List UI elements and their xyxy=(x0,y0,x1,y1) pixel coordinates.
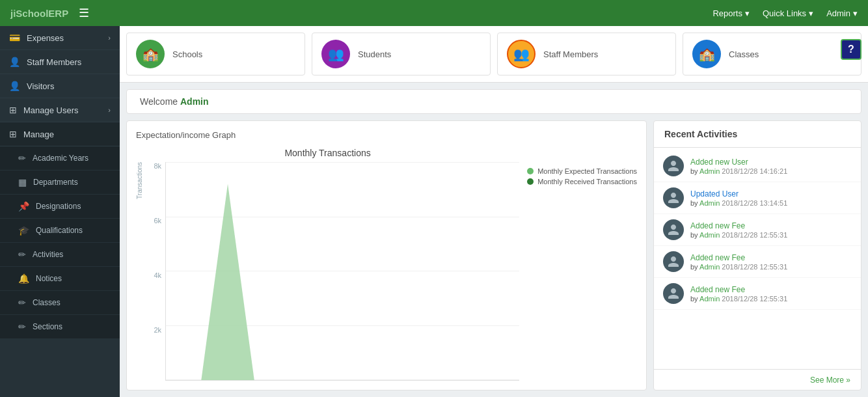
sidebar-item-label: Notices xyxy=(36,274,62,283)
activities-icon: ✏ xyxy=(18,249,26,260)
reports-link[interactable]: Reports ▾ xyxy=(712,8,750,18)
graph-inner: Monthly Transactions Transactions 8k 6k xyxy=(136,148,637,381)
sidebar-item-manage[interactable]: ⊞ Manage ← xyxy=(0,122,120,146)
sidebar-item-label: Academic Years xyxy=(33,154,88,163)
legend-label-received: Monthly Received Transactions xyxy=(537,178,637,185)
chart-bar-area xyxy=(166,162,519,380)
activity-action-4[interactable]: Added new Fee xyxy=(690,285,852,294)
activity-meta-4: by Admin 2018/12/28 12:55:31 xyxy=(690,295,852,303)
chevron-icon: › xyxy=(108,34,111,42)
schools-icon: 🏫 xyxy=(136,40,165,68)
sections-icon: ✏ xyxy=(18,322,26,332)
stat-card-classes[interactable]: 🏫 Classes xyxy=(683,33,861,75)
stat-label-staff: Staff Members xyxy=(543,49,598,59)
stat-card-schools[interactable]: 🏫 Schools xyxy=(126,33,305,75)
y-val-4k: 4k xyxy=(154,271,161,279)
avatar-2 xyxy=(663,219,684,240)
chart-body xyxy=(165,162,519,381)
activity-text-2: Added new Fee by Admin 2018/12/28 12:55:… xyxy=(690,221,852,239)
avatar-1 xyxy=(663,187,684,208)
activity-meta-0: by Admin 2018/12/28 14:16:21 xyxy=(690,167,852,175)
sidebar-item-qualifications[interactable]: 🎓 Qualifications xyxy=(0,219,120,243)
avatar-0 xyxy=(663,156,684,176)
sidebar-item-departments[interactable]: ▦ Departments xyxy=(0,171,120,195)
staff-icon: 👤 xyxy=(9,57,20,67)
sidebar-item-visitors[interactable]: 👤 Visitors xyxy=(0,74,120,98)
quicklinks-link[interactable]: Quick Links ▾ xyxy=(763,8,813,18)
avatar-3 xyxy=(663,251,684,272)
activity-by-4: by xyxy=(690,295,698,303)
help-button[interactable]: ? xyxy=(841,39,861,60)
sidebar-item-staff-members[interactable]: 👤 Staff Members xyxy=(0,50,120,74)
y-val-6k: 6k xyxy=(154,217,161,225)
sidebar-item-manage-users[interactable]: ⊞ Manage Users › xyxy=(0,98,120,122)
admin-label: Admin xyxy=(826,8,850,18)
activity-timestamp-3: 2018/12/28 12:55:31 xyxy=(722,263,787,271)
manage-icon: ⊞ xyxy=(9,129,17,139)
sidebar-item-notices[interactable]: 🔔 Notices xyxy=(0,267,120,291)
activity-item-2: Added new Fee by Admin 2018/12/28 12:55:… xyxy=(654,214,861,246)
sidebar-item-label: Classes xyxy=(33,298,61,307)
activity-admin-3: Admin xyxy=(699,263,722,271)
activity-timestamp-4: 2018/12/28 12:55:31 xyxy=(722,295,787,303)
activity-list: Added new User by Admin 2018/12/28 14:16… xyxy=(654,148,861,369)
activities-header: Recent Activities xyxy=(654,121,861,148)
activity-by-3: by xyxy=(690,263,698,271)
admin-chevron-icon: ▾ xyxy=(853,8,858,18)
activity-item-1: Updated User by Admin 2018/12/28 13:14:5… xyxy=(654,182,861,214)
stat-label-students: Students xyxy=(358,49,391,59)
sidebar-item-classes[interactable]: ✏ Classes xyxy=(0,291,120,315)
stats-cards-row: 🏫 Schools 👥 Students 👥 Staff Members 🏫 C… xyxy=(120,26,868,83)
activity-action-2[interactable]: Added new Fee xyxy=(690,221,852,230)
brand-main: SchoolERP xyxy=(16,8,68,19)
activity-item-3: Added new Fee by Admin 2018/12/28 12:55:… xyxy=(654,246,861,278)
sidebar-item-expenses[interactable]: 💳 Expenses › xyxy=(0,26,120,50)
chart-spike xyxy=(201,184,254,381)
sidebar-item-designations[interactable]: 📌 Designations xyxy=(0,195,120,219)
hamburger-icon[interactable]: ☰ xyxy=(79,6,89,20)
main-content: 🏫 Schools 👥 Students 👥 Staff Members 🏫 C… xyxy=(120,26,868,397)
stat-card-students[interactable]: 👥 Students xyxy=(312,33,491,75)
avatar-4 xyxy=(663,283,684,304)
stat-label-classes: Classes xyxy=(729,49,759,59)
brand-logo[interactable]: jiSchoolERP xyxy=(10,8,68,19)
graph-section-title: Expectation/income Graph xyxy=(136,130,637,140)
sidebar-item-label: Designations xyxy=(36,202,81,211)
chevron-icon: › xyxy=(108,106,111,114)
classes-icon: ✏ xyxy=(18,297,26,308)
sidebar-item-label: Qualifications xyxy=(36,226,83,235)
quicklinks-chevron-icon: ▾ xyxy=(809,8,813,18)
sidebar-item-label: Departments xyxy=(33,178,78,187)
quicklinks-label: Quick Links xyxy=(763,8,806,18)
y-val-8k: 8k xyxy=(154,162,161,170)
classes-stat-icon: 🏫 xyxy=(692,40,721,68)
activity-timestamp-2: 2018/12/28 12:55:31 xyxy=(722,231,787,239)
activity-action-0[interactable]: Added new User xyxy=(690,157,852,167)
activity-item-4: Added new Fee by Admin 2018/12/28 12:55:… xyxy=(654,278,861,310)
staff-members-icon: 👥 xyxy=(507,40,536,68)
expenses-icon: 💳 xyxy=(9,33,20,43)
admin-link[interactable]: Admin ▾ xyxy=(826,8,858,18)
see-more-link[interactable]: See More » xyxy=(810,376,850,385)
activity-timestamp-0: 2018/12/28 14:16:21 xyxy=(722,167,787,175)
sidebar-item-activities[interactable]: ✏ Activities ← xyxy=(0,243,120,267)
activity-text-1: Updated User by Admin 2018/12/28 13:14:5… xyxy=(690,189,852,207)
see-more-footer: See More » xyxy=(654,369,861,390)
sidebar-submenu: ✏ Academic Years ▦ Departments 📌 Designa… xyxy=(0,146,120,339)
legend-dot-received xyxy=(527,178,534,185)
sidebar-item-sections[interactable]: ✏ Sections xyxy=(0,315,120,339)
activity-action-1[interactable]: Updated User xyxy=(690,189,852,198)
legend-dot-expected xyxy=(527,168,534,174)
sidebar-item-label: Expenses xyxy=(27,33,64,43)
stat-label-schools: Schools xyxy=(172,49,202,59)
students-icon: 👥 xyxy=(321,40,350,68)
stat-card-staff[interactable]: 👥 Staff Members xyxy=(497,33,676,75)
activity-admin-2: Admin xyxy=(699,231,722,239)
sidebar-item-label: Activities xyxy=(33,250,63,259)
activity-item-0: Added new User by Admin 2018/12/28 14:16… xyxy=(654,150,861,182)
sidebar-item-academic-years[interactable]: ✏ Academic Years xyxy=(0,146,120,171)
departments-icon: ▦ xyxy=(18,177,27,187)
graph-panel: Expectation/income Graph Monthly Transac… xyxy=(126,120,647,390)
activity-by-1: by xyxy=(690,199,698,207)
activity-action-3[interactable]: Added new Fee xyxy=(690,253,852,262)
